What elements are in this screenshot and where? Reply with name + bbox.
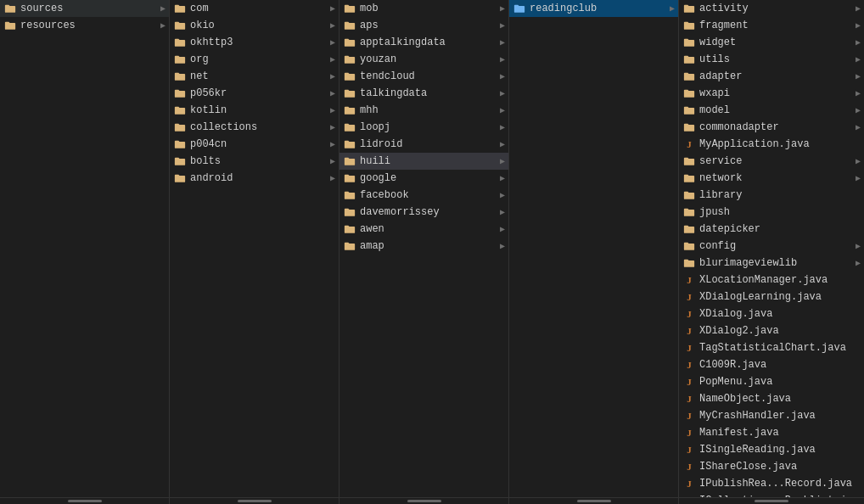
item-label: fragment <box>699 20 856 31</box>
tree-item-fragment[interactable]: fragment▶ <box>679 17 864 34</box>
tree-item-ipublishrea---record-java[interactable]: JIPublishRea...Record.java <box>679 475 864 492</box>
folder-icon <box>173 154 187 168</box>
java-file-icon: J <box>682 477 696 490</box>
item-label: activity <box>699 3 856 14</box>
chevron-right-icon: ▶ <box>500 20 505 31</box>
tree-item-readingclub[interactable]: readingclub▶ <box>509 0 678 17</box>
tree-item-mob[interactable]: mob▶ <box>339 0 508 17</box>
item-label: MyApplication.java <box>699 138 861 150</box>
tree-item-jpush[interactable]: jpush <box>679 204 864 221</box>
tree-item-okhttp3[interactable]: okhttp3▶ <box>170 34 339 51</box>
tree-item-manifest-java[interactable]: JManifest.java <box>679 424 864 441</box>
item-label: model <box>699 104 856 116</box>
item-label: lidroid <box>360 138 500 150</box>
tree-item-huili[interactable]: huili▶ <box>339 153 508 170</box>
tree-item-wxapi[interactable]: wxapi▶ <box>679 85 864 102</box>
item-label: p056kr <box>190 87 330 99</box>
tree-item-c1009r-java[interactable]: JC1009R.java <box>679 356 864 373</box>
item-label: MyCrashHandler.java <box>699 410 861 422</box>
java-file-icon: J <box>682 324 696 338</box>
folder-icon <box>343 154 356 168</box>
tree-item-com[interactable]: com▶ <box>170 0 339 17</box>
tree-item-net[interactable]: net▶ <box>170 68 339 85</box>
chevron-right-icon: ▶ <box>330 105 335 115</box>
tree-item-mycrashhandler-java[interactable]: JMyCrashHandler.java <box>679 407 864 424</box>
chevron-right-icon: ▶ <box>160 20 166 31</box>
tree-item-ishareclose-java[interactable]: JIShareClose.java <box>679 458 864 475</box>
tree-item-lidroid[interactable]: lidroid▶ <box>339 136 508 153</box>
chevron-right-icon: ▶ <box>330 139 335 149</box>
tree-item-p056kr[interactable]: p056kr▶ <box>170 85 339 102</box>
folder-icon <box>343 222 356 236</box>
tree-item-activity[interactable]: activity▶ <box>679 0 864 17</box>
tree-item-kotlin[interactable]: kotlin▶ <box>170 102 339 119</box>
tree-item-adapter[interactable]: adapter▶ <box>679 68 864 85</box>
tree-item-okio[interactable]: okio▶ <box>170 17 339 34</box>
tree-item-config[interactable]: config▶ <box>679 238 864 255</box>
tree-item-xdialoglearning-java[interactable]: JXDialogLearning.java <box>679 288 864 305</box>
item-label: huili <box>360 155 500 167</box>
tree-item-popmenu-java[interactable]: JPopMenu.java <box>679 373 864 390</box>
tree-item-davemorrissey[interactable]: davemorrissey▶ <box>339 204 508 221</box>
tree-item-blurimageviewlib[interactable]: blurimageviewlib▶ <box>679 255 864 272</box>
tree-item-android[interactable]: android▶ <box>170 170 339 187</box>
item-label: android <box>190 172 330 184</box>
java-file-icon: J <box>682 273 696 287</box>
folder-icon <box>173 36 187 49</box>
tree-item-network[interactable]: network▶ <box>679 170 864 187</box>
tree-item-org[interactable]: org▶ <box>170 51 339 68</box>
tree-item-commonadapter[interactable]: commonadapter▶ <box>679 119 864 136</box>
tree-item-facebook[interactable]: facebook▶ <box>339 187 508 204</box>
chevron-right-icon: ▶ <box>856 105 861 115</box>
chevron-right-icon: ▶ <box>500 37 505 48</box>
folder-icon <box>682 154 696 168</box>
tree-item-xlocationmanager-java[interactable]: JXLocationManager.java <box>679 272 864 288</box>
item-label: net <box>190 70 330 82</box>
tree-item-model[interactable]: model▶ <box>679 102 864 119</box>
item-label: collections <box>190 121 330 133</box>
tree-item-bolts[interactable]: bolts▶ <box>170 153 339 170</box>
tree-item-xdialog-java[interactable]: JXDialog.java <box>679 305 864 322</box>
folder-icon <box>682 171 696 185</box>
tree-item-youzan[interactable]: youzan▶ <box>339 51 508 68</box>
item-label: okhttp3 <box>190 36 330 48</box>
tree-item-datepicker[interactable]: datepicker <box>679 221 864 238</box>
chevron-right-icon: ▶ <box>330 88 335 98</box>
tree-item-isinglereading-java[interactable]: JISingleReading.java <box>679 441 864 458</box>
tree-item-amap[interactable]: amap▶ <box>339 238 508 255</box>
tree-item-apptalkingdata[interactable]: apptalkingdata▶ <box>339 34 508 51</box>
chevron-right-icon: ▶ <box>330 156 335 166</box>
tree-item-aps[interactable]: aps▶ <box>339 17 508 34</box>
item-label: wxapi <box>699 87 856 99</box>
tree-item-loopj[interactable]: loopj▶ <box>339 119 508 136</box>
tree-item-xdialog2-java[interactable]: JXDialog2.java <box>679 322 864 339</box>
tree-item-collections[interactable]: collections▶ <box>170 119 339 136</box>
tree-item-nameobject-java[interactable]: JNameObject.java <box>679 390 864 407</box>
tree-item-google[interactable]: google▶ <box>339 170 508 187</box>
tree-item-library[interactable]: library <box>679 187 864 204</box>
tree-item-widget[interactable]: widget▶ <box>679 34 864 51</box>
tree-item-resources[interactable]: resources▶ <box>0 17 169 34</box>
chevron-right-icon: ▶ <box>856 173 861 183</box>
folder-icon <box>343 2 356 15</box>
chevron-right-icon: ▶ <box>330 20 335 31</box>
item-label: readingclub <box>530 3 670 14</box>
tree-item-sources[interactable]: sources▶ <box>0 0 169 17</box>
tree-item-service[interactable]: service▶ <box>679 153 864 170</box>
item-label: kotlin <box>190 104 330 116</box>
chevron-right-icon: ▶ <box>500 88 505 98</box>
item-label: network <box>699 172 856 184</box>
tree-item-awen[interactable]: awen▶ <box>339 221 508 238</box>
tree-item-mhh[interactable]: mhh▶ <box>339 102 508 119</box>
folder-icon <box>343 53 356 66</box>
folder-icon <box>513 2 526 15</box>
tree-item-p004cn[interactable]: p004cn▶ <box>170 136 339 153</box>
java-file-icon: J <box>682 290 696 304</box>
tree-item-myapplication-java[interactable]: JMyApplication.java <box>679 136 864 153</box>
folder-icon <box>682 53 696 66</box>
tree-item-talkingdata[interactable]: talkingdata▶ <box>339 85 508 102</box>
tree-item-utils[interactable]: utils▶ <box>679 51 864 68</box>
tree-item-tendcloud[interactable]: tendcloud▶ <box>339 68 508 85</box>
folder-icon <box>173 137 187 151</box>
tree-item-tagstatisticalchart-java[interactable]: JTagStatisticalChart.java <box>679 339 864 356</box>
